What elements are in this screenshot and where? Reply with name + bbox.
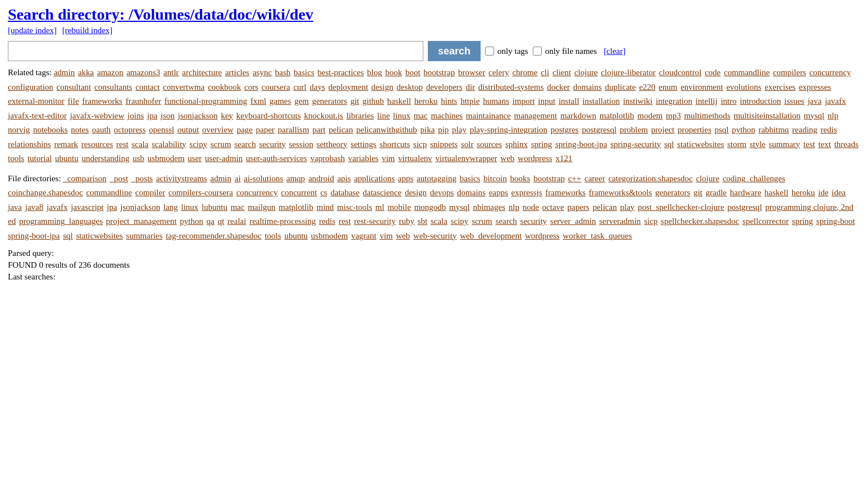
directory-link[interactable]: generators: [655, 188, 690, 197]
tag-link[interactable]: norvig: [8, 125, 30, 134]
tag-link[interactable]: best-practices: [318, 68, 364, 77]
tag-link[interactable]: bootstrap: [423, 68, 455, 77]
tag-link[interactable]: async: [253, 68, 272, 77]
tag-link[interactable]: clojure-liberator: [601, 68, 655, 77]
tag-link[interactable]: compilers: [773, 68, 806, 77]
tag-link[interactable]: usbmodem: [148, 154, 185, 163]
tag-link[interactable]: pika: [421, 125, 435, 134]
tag-link[interactable]: sources: [477, 140, 502, 149]
directory-link[interactable]: ai-solutions: [244, 174, 283, 183]
tag-link[interactable]: user-auth-services: [246, 154, 307, 163]
tag-link[interactable]: mp3: [666, 111, 681, 120]
tag-link[interactable]: threads: [834, 140, 858, 149]
directory-link[interactable]: _comparison: [63, 174, 106, 183]
tag-link[interactable]: line: [377, 111, 390, 120]
directory-link[interactable]: datascience: [363, 188, 401, 197]
directory-link[interactable]: amqp: [286, 174, 305, 183]
tag-link[interactable]: user-admin: [205, 154, 243, 163]
tag-link[interactable]: reading: [792, 125, 817, 134]
directory-link[interactable]: idea: [832, 188, 846, 197]
tag-link[interactable]: fxml: [250, 97, 266, 106]
tag-link[interactable]: cli: [541, 68, 549, 77]
directory-link[interactable]: server_admin: [550, 217, 596, 226]
tag-link[interactable]: modem: [637, 111, 663, 120]
directory-link[interactable]: expressjs: [511, 188, 542, 197]
directory-link[interactable]: mailgun: [248, 203, 275, 212]
tag-link[interactable]: understanding: [81, 154, 129, 163]
tag-link[interactable]: commandline: [724, 68, 770, 77]
tag-link[interactable]: overview: [202, 125, 234, 134]
directory-link[interactable]: ruby: [399, 217, 414, 226]
tag-link[interactable]: spring-boot-jpa: [555, 140, 607, 149]
tag-link[interactable]: install: [559, 97, 579, 106]
clear-link[interactable]: [clear]: [604, 47, 625, 56]
tag-link[interactable]: consultant: [57, 82, 92, 91]
tag-link[interactable]: deployment: [328, 82, 368, 91]
directory-link[interactable]: mac: [231, 203, 245, 212]
tag-link[interactable]: exercises: [765, 82, 796, 91]
tag-link[interactable]: virtualenv: [398, 154, 432, 163]
tag-link[interactable]: amazons3: [126, 68, 160, 77]
tag-link[interactable]: python: [732, 125, 756, 134]
search-button[interactable]: search: [428, 41, 481, 61]
directory-link[interactable]: spring: [792, 217, 814, 226]
directory-link[interactable]: ubuntu: [284, 231, 308, 240]
tag-link[interactable]: docker: [547, 82, 570, 91]
directory-link[interactable]: devops: [430, 188, 454, 197]
tag-link[interactable]: variables: [348, 154, 378, 163]
directory-link[interactable]: spellcorrector: [742, 217, 788, 226]
tag-link[interactable]: remark: [54, 140, 77, 149]
tag-link[interactable]: settheory: [317, 140, 348, 149]
tag-link[interactable]: properties: [678, 125, 711, 134]
tag-link[interactable]: notebooks: [33, 125, 68, 134]
tag-link[interactable]: games: [269, 97, 291, 106]
tag-link[interactable]: project: [651, 125, 675, 134]
tag-link[interactable]: configuration: [8, 82, 53, 91]
tag-link[interactable]: notes: [71, 125, 89, 134]
tag-link[interactable]: functional-programming: [165, 97, 247, 106]
directory-link[interactable]: domains: [457, 188, 486, 197]
tag-link[interactable]: search: [234, 140, 255, 149]
tag-link[interactable]: heroku: [414, 97, 438, 106]
directory-link[interactable]: node: [523, 203, 539, 212]
tag-link[interactable]: enum: [659, 82, 677, 91]
tag-link[interactable]: java: [807, 97, 821, 106]
directory-link[interactable]: scrum: [472, 217, 492, 226]
tag-link[interactable]: mac: [414, 111, 428, 120]
tag-link[interactable]: knockout.js: [304, 111, 344, 120]
tag-link[interactable]: browser: [458, 68, 485, 77]
tag-link[interactable]: integration: [656, 97, 692, 106]
directory-link[interactable]: ide: [818, 188, 828, 197]
tag-link[interactable]: gem: [294, 97, 309, 106]
tag-link[interactable]: cookbook: [208, 82, 241, 91]
tag-link[interactable]: design: [371, 82, 393, 91]
directory-link[interactable]: search: [496, 217, 517, 226]
tag-link[interactable]: coursera: [262, 82, 290, 91]
tag-link[interactable]: sphinx: [505, 140, 528, 149]
tag-link[interactable]: session: [289, 140, 313, 149]
directory-link[interactable]: lang: [163, 203, 178, 212]
directory-link[interactable]: serveradmin: [599, 217, 641, 226]
tag-link[interactable]: articles: [225, 68, 249, 77]
directory-link[interactable]: concurrent: [281, 188, 317, 197]
tag-link[interactable]: javafx-text-editor: [8, 111, 67, 120]
directory-link[interactable]: web: [396, 231, 410, 240]
tag-link[interactable]: postgres: [551, 125, 579, 134]
tag-link[interactable]: dir: [465, 82, 475, 91]
directory-link[interactable]: gradle: [706, 188, 727, 197]
tag-link[interactable]: jsonjackson: [178, 111, 218, 120]
tag-link[interactable]: architecture: [182, 68, 222, 77]
tag-link[interactable]: client: [552, 68, 571, 77]
tag-link[interactable]: matplotlib: [600, 111, 634, 120]
tag-link[interactable]: haskell: [387, 97, 412, 106]
directory-link[interactable]: clojure: [696, 174, 720, 183]
directory-link[interactable]: sicp: [644, 217, 657, 226]
tag-link[interactable]: mysql: [804, 111, 825, 120]
tag-link[interactable]: intellij: [696, 97, 718, 106]
only-file-names-checkbox[interactable]: [533, 47, 542, 56]
directory-link[interactable]: basics: [460, 174, 481, 183]
tag-link[interactable]: celery: [488, 68, 509, 77]
tag-link[interactable]: tools: [8, 154, 24, 163]
tag-link[interactable]: usb: [133, 154, 144, 163]
directory-link[interactable]: vim: [380, 231, 392, 240]
